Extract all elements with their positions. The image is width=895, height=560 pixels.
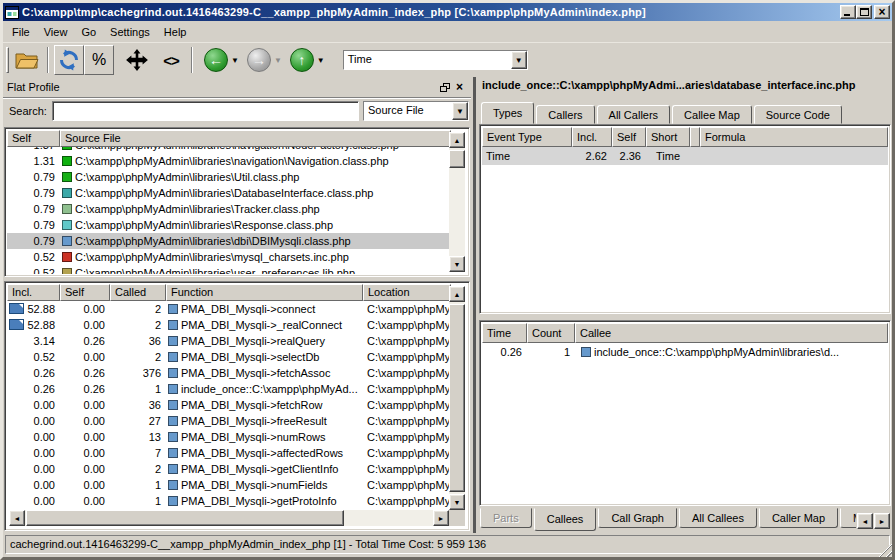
scroll-thumb[interactable] [449,304,465,492]
menu-item-go[interactable]: Go [74,24,103,40]
grouping-combobox[interactable]: Source File ▼ [363,101,469,121]
close-button[interactable]: × [874,5,890,19]
file-row[interactable]: 0.52C:\xampp\phpMyAdmin\libraries\user_p… [7,265,451,274]
function-row[interactable]: 0.000.001PMA_DBI_Mysqli->getProtoInfoC:\… [7,493,451,509]
file-color-icon [62,252,72,262]
tab-all-callers[interactable]: All Callers [597,105,671,124]
column-header-function[interactable]: Function [166,284,363,301]
function-table-viewport: 52.880.002PMA_DBI_Mysqli->connectC:\xamp… [7,301,451,512]
file-row[interactable]: 1.31C:\xampp\phpMyAdmin\libraries\naviga… [7,153,451,169]
dock-close-button[interactable]: × [452,80,467,94]
open-file-button[interactable] [12,45,42,75]
column-header-location[interactable]: Location [363,284,451,301]
scroll-up-icon[interactable]: ▲ [449,286,465,302]
scroll-left-icon[interactable]: ◄ [9,510,25,526]
menu-item-help[interactable]: Help [157,24,194,40]
dock-title-bar[interactable]: Flat Profile × [3,77,471,97]
search-input[interactable] [52,101,359,121]
column-header-short[interactable]: Short [646,127,690,147]
bottom-tab-callees[interactable]: Callees [534,508,597,531]
column-header-spacer[interactable] [690,127,700,147]
menu-item-file[interactable]: File [5,24,37,40]
bottom-tab-all-callees[interactable]: All Callees [679,508,757,528]
title-bar[interactable]: C:\xampp\tmp\cachegrind.out.1416463299-C… [3,3,892,21]
column-header-time[interactable]: Time [482,323,527,343]
function-row[interactable]: 0.000.0013PMA_DBI_Mysqli->numRowsC:\xamp… [7,429,451,445]
scroll-up-icon[interactable]: ▲ [449,132,465,148]
function-row[interactable]: 0.000.001PMA_DBI_Mysqli->numFieldsC:\xam… [7,477,451,493]
function-row[interactable]: 52.880.002PMA_DBI_Mysqli->connectC:\xamp… [7,301,451,317]
tab-types[interactable]: Types [481,102,534,124]
tab-scroll-left-icon[interactable]: ◄ [857,513,873,529]
bottom-tab-parts[interactable]: Parts [480,508,532,528]
combobox-dropdown-icon[interactable]: ▼ [511,51,527,69]
event-type-row[interactable]: Time2.622.36Time [482,147,888,165]
toolbar-handle[interactable] [6,47,9,73]
file-row[interactable]: 0.79C:\xampp\phpMyAdmin\libraries\dbi\DB… [7,233,451,249]
tab-callers[interactable]: Callers [536,105,594,124]
event-type-combobox[interactable]: Time ▼ [343,50,528,70]
scroll-thumb[interactable] [26,510,344,526]
file-row[interactable]: 0.79C:\xampp\phpMyAdmin\libraries\Util.c… [7,169,451,185]
maximize-button[interactable] [856,5,872,19]
incl-value: 0.26 [7,365,60,381]
file-row[interactable]: 0.79C:\xampp\phpMyAdmin\libraries\Respon… [7,217,451,233]
panel-splitter[interactable] [473,77,477,533]
function-name: PMA_DBI_Mysqli->realQuery [181,335,325,347]
scroll-thumb[interactable] [449,150,465,168]
shorten-templates-button[interactable]: <> [156,45,186,75]
function-row[interactable]: 0.000.002PMA_DBI_Mysqli->getClientInfoC:… [7,461,451,477]
called-value: 13 [110,429,166,445]
menu-item-view[interactable]: View [37,24,75,40]
file-table-vscrollbar[interactable]: ▲ ▼ [449,132,465,272]
up-button[interactable]: ↑ [290,48,314,72]
tab-source-code[interactable]: Source Code [754,105,842,124]
back-button[interactable]: ← [204,48,228,72]
forward-dropdown-caret[interactable]: ▼ [274,56,282,65]
file-row[interactable]: 0.79C:\xampp\phpMyAdmin\libraries\Databa… [7,185,451,201]
column-header-self[interactable]: Self [60,284,110,301]
function-row[interactable]: 0.260.26376PMA_DBI_Mysqli->fetchAssocC:\… [7,365,451,381]
grouping-dropdown-icon[interactable]: ▼ [452,102,468,120]
function-table-hscrollbar[interactable]: ◄ ► [9,510,449,526]
relative-cost-button[interactable] [122,45,152,75]
dock-float-button[interactable] [437,80,452,94]
bottom-tab-call-graph[interactable]: Call Graph [598,508,677,528]
column-header-incl[interactable]: Incl. [572,127,612,147]
function-icon [168,464,178,474]
file-row[interactable]: 0.79C:\xampp\phpMyAdmin\libraries\Tracke… [7,201,451,217]
function-row[interactable]: 0.520.002PMA_DBI_Mysqli->selectDbC:\xamp… [7,349,451,365]
minimize-button[interactable] [840,5,856,19]
column-header-count[interactable]: Count [527,323,575,343]
column-header-formula[interactable]: Formula [700,127,888,147]
column-header-self[interactable]: Self [612,127,646,147]
function-row[interactable]: 0.000.007PMA_DBI_Mysqli->affectedRowsC:\… [7,445,451,461]
forward-button[interactable]: → [247,48,271,72]
function-row[interactable]: 0.000.0036PMA_DBI_Mysqli->fetchRowC:\xam… [7,397,451,413]
column-header-source-file[interactable]: Source File [60,130,451,147]
menu-item-settings[interactable]: Settings [103,24,157,40]
column-header-callee[interactable]: Callee [575,323,888,343]
scroll-down-icon[interactable]: ▼ [449,256,465,272]
bottom-tab-caller-map[interactable]: Caller Map [759,508,838,528]
tab-scroll-right-icon[interactable]: ► [874,513,890,529]
column-header-incl[interactable]: Incl. [7,284,60,301]
cycle-grouping-button[interactable] [54,45,84,75]
file-row[interactable]: 0.52C:\xampp\phpMyAdmin\libraries\mysql_… [7,249,451,265]
bottom-tab-machine[interactable]: Machine [840,508,856,528]
scroll-down-icon[interactable]: ▼ [449,494,465,510]
function-table-vscrollbar[interactable]: ▲ ▼ [449,286,465,510]
function-row[interactable]: 0.000.0027PMA_DBI_Mysqli->freeResultC:\x… [7,413,451,429]
column-header-called[interactable]: Called [110,284,166,301]
column-header-event-type[interactable]: Event Type [482,127,572,147]
scroll-right-icon[interactable]: ► [433,510,449,526]
back-dropdown-caret[interactable]: ▼ [231,56,239,65]
function-row[interactable]: 0.260.261include_once::C:\xampp\phpMyAd.… [7,381,451,397]
percent-toggle-button[interactable]: % [84,45,114,75]
function-row[interactable]: 52.880.002PMA_DBI_Mysqli->_realConnectC:… [7,317,451,333]
up-dropdown-caret[interactable]: ▼ [317,56,325,65]
callee-row[interactable]: 0.261include_once::C:\xampp\phpMyAdmin\l… [482,343,888,361]
tab-callee-map[interactable]: Callee Map [672,105,752,124]
function-row[interactable]: 3.140.2636PMA_DBI_Mysqli->realQueryC:\xa… [7,333,451,349]
column-header-self[interactable]: Self [7,130,60,147]
